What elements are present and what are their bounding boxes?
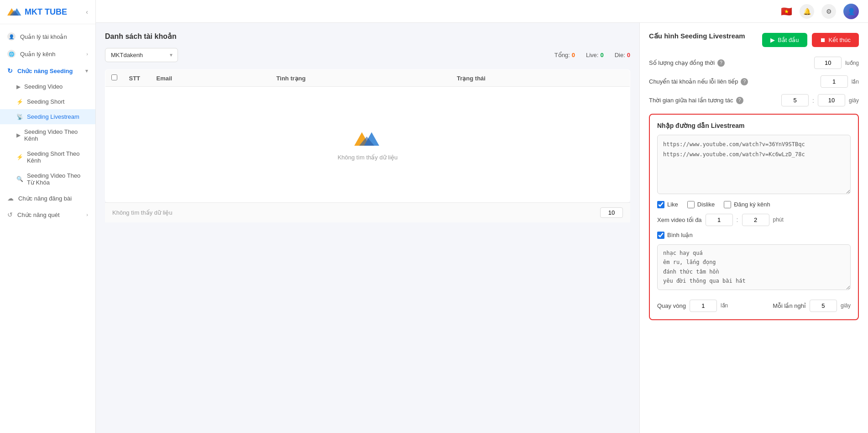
flag-icon[interactable]: 🇻🇳 (781, 6, 792, 17)
comment-textarea[interactable]: nhạc hay quá êm ru, lắng đọng đánh thức … (657, 244, 851, 290)
sidebar-submenu-seeding-livestream[interactable]: 📡 Seeding Livestream (0, 109, 95, 124)
accounts-table: STT Email Tình trạng Trạng thái (105, 69, 630, 202)
sidebar-item-quan-ly-tai-khoan[interactable]: 👤 Quản lý tài khoản (0, 28, 95, 45)
sidebar-submenu-seeding-video-theo-kenh[interactable]: ▶ Seeding Video Theo Kênh (0, 124, 95, 146)
sidebar-menu: 👤 Quản lý tài khoản 🌐 Quản lý kênh › ↻ C… (0, 24, 95, 433)
sidebar-collapse-button[interactable]: ‹ (86, 8, 88, 16)
video-icon: ▶ (16, 84, 21, 90)
sidebar-submenu-seeding-video[interactable]: ▶ Seeding Video (0, 79, 95, 94)
so-luong-label: Số lượng chạy đồng thời ? (649, 59, 810, 67)
watch-time-colon: : (737, 216, 738, 223)
sidebar-item-quan-ly-kenh[interactable]: 🌐 Quản lý kênh › (0, 45, 95, 63)
like-checkbox-label[interactable]: Like (657, 201, 678, 208)
logo: MKT TUBE (7, 6, 67, 17)
table-footer: Không tìm thấy dữ liệu (105, 202, 630, 222)
interaction-checkboxes: Like Dislike Đăng ký kênh (657, 201, 851, 208)
livestream-icon: 📡 (16, 114, 23, 120)
empty-state: Không tìm thấy dữ liệu (111, 91, 624, 197)
bell-button[interactable]: 🔔 (800, 4, 814, 19)
watch-time-unit: phút (773, 216, 784, 223)
stop-button[interactable]: ⏹ Kết thúc (812, 33, 859, 47)
sidebar-submenu-seeding-short-theo-kenh[interactable]: ⚡ Seeding Short Theo Kênh (0, 146, 95, 168)
sidebar-item-chuc-nang-quet[interactable]: ↺ Chức năng quét › (0, 206, 95, 223)
sidebar-submenu-seeding-short[interactable]: ⚡ Seeding Short (0, 94, 95, 109)
watch-time-input2[interactable] (742, 214, 769, 226)
config-section: Số lượng chạy đồng thời ? luồng Chuyển t… (649, 57, 859, 106)
account-select-wrapper: MKTdakenh ▼ (105, 48, 178, 62)
tong-value: 0 (572, 52, 575, 58)
start-button[interactable]: ▶ Bắt đầu (762, 33, 807, 47)
short-icon: ⚡ (16, 99, 23, 105)
moi-lan-nghi-unit: giây (841, 302, 851, 309)
die-value: 0 (627, 52, 630, 58)
so-luong-input[interactable] (814, 57, 842, 69)
stat-die: Die: 0 (615, 52, 630, 58)
dang-ky-kenh-checkbox[interactable] (724, 201, 731, 208)
watch-time-input1[interactable] (706, 214, 733, 226)
sidebar-item-chuc-nang-dang-bai[interactable]: ☁ Chức năng đăng bài (0, 190, 95, 206)
channel-icon: 🌐 (7, 50, 16, 58)
col-stt: STT (124, 70, 151, 87)
chevron-right-icon-2: › (86, 212, 88, 217)
config-row-thoi-gian: Thời gian giữa hai lần tương tác ? : giâ… (649, 94, 859, 106)
action-buttons: ▶ Bắt đầu ⏹ Kết thúc (762, 33, 859, 47)
right-panel-header: Cấu hình Seeding Livestream ▶ Bắt đầu ⏹ … (649, 32, 859, 48)
right-panel: Cấu hình Seeding Livestream ▶ Bắt đầu ⏹ … (640, 23, 868, 433)
sidebar-submenu-seeding-video-theo-tu-khoa[interactable]: 🔍 Seeding Video Theo Từ Khóa (0, 168, 95, 190)
help-icon-so-luong[interactable]: ? (717, 59, 725, 67)
chuyen-tai-khoan-label: Chuyển tài khoản nếu lỗi liên tiếp ? (649, 78, 817, 85)
scan-icon: ↺ (7, 211, 13, 218)
right-panel-title: Cấu hình Seeding Livestream (649, 32, 745, 40)
avatar[interactable]: 👤 (843, 4, 859, 19)
topbar: 🇻🇳 🔔 ⚙ 👤 (96, 0, 868, 23)
content-area: Danh sách tài khoản MKTdakenh ▼ Tổng: 0 … (96, 23, 868, 433)
livestream-box-title: Nhập đường dẫn Livestream (657, 122, 851, 129)
dislike-checkbox-label[interactable]: Dislike (687, 201, 715, 208)
moi-lan-nghi-input[interactable] (810, 300, 837, 312)
footer-empty-text: Không tìm thấy dữ liệu (112, 209, 173, 216)
help-icon-chuyen[interactable]: ? (741, 78, 748, 85)
col-trang-thai: Trạng thái (451, 70, 630, 87)
dang-ky-kenh-checkbox-label[interactable]: Đăng ký kênh (724, 201, 770, 208)
video-channel-icon: ▶ (16, 132, 21, 138)
thoi-gian-unit: giây (849, 97, 859, 104)
page-size-input[interactable] (600, 207, 623, 218)
livestream-url-textarea[interactable]: https://www.youtube.com/watch?v=36YnV9ST… (657, 135, 851, 194)
colon-separator: : (812, 97, 814, 104)
binh-luan-checkbox-label[interactable]: Bình luận (657, 232, 693, 239)
sidebar-item-chuc-nang-seeding[interactable]: ↻ Chức năng Seeding ▾ (0, 63, 95, 79)
seeding-icon: ↻ (7, 67, 13, 74)
col-checkbox (105, 70, 124, 87)
logo-icon (7, 6, 22, 17)
thoi-gian-input2[interactable] (818, 94, 845, 106)
binh-luan-checkbox[interactable] (657, 232, 664, 239)
quay-vong-input[interactable] (690, 300, 717, 312)
stat-live: Live: 0 (586, 52, 604, 58)
empty-logo-icon (354, 128, 382, 148)
dislike-checkbox[interactable] (687, 201, 695, 208)
quay-vong-unit: lần (721, 302, 728, 309)
settings-button[interactable]: ⚙ (821, 4, 836, 19)
col-email: Email (151, 70, 271, 87)
stat-tong: Tổng: 0 (554, 52, 575, 58)
chuyen-tai-khoan-input[interactable] (821, 75, 848, 88)
short-channel-icon: ⚡ (16, 154, 23, 160)
help-icon-thoi-gian[interactable]: ? (736, 97, 743, 104)
account-select[interactable]: MKTdakenh (105, 48, 178, 62)
livestream-box: Nhập đường dẫn Livestream https://www.yo… (649, 114, 859, 320)
empty-text: Không tìm thấy dữ liệu (338, 154, 398, 161)
left-panel: Danh sách tài khoản MKTdakenh ▼ Tổng: 0 … (96, 23, 640, 433)
quay-vong-row: Quay vòng lần Mỗi lần nghỉ giây (657, 300, 851, 312)
col-tinh-trang: Tình trạng (271, 70, 451, 87)
chuyen-tai-khoan-unit: lần (852, 79, 859, 85)
config-row-so-luong: Số lượng chạy đồng thời ? luồng (649, 57, 859, 69)
thoi-gian-input1[interactable] (781, 94, 809, 106)
user-icon: 👤 (7, 32, 16, 41)
live-value: 0 (600, 52, 603, 58)
like-checkbox[interactable] (657, 201, 664, 208)
select-all-checkbox[interactable] (111, 74, 117, 80)
binh-luan-checkbox-row: Bình luận (657, 232, 851, 239)
play-icon: ▶ (770, 37, 775, 43)
stop-icon: ⏹ (820, 37, 826, 43)
watch-time-row: Xem video tối đa : phút (657, 214, 851, 226)
